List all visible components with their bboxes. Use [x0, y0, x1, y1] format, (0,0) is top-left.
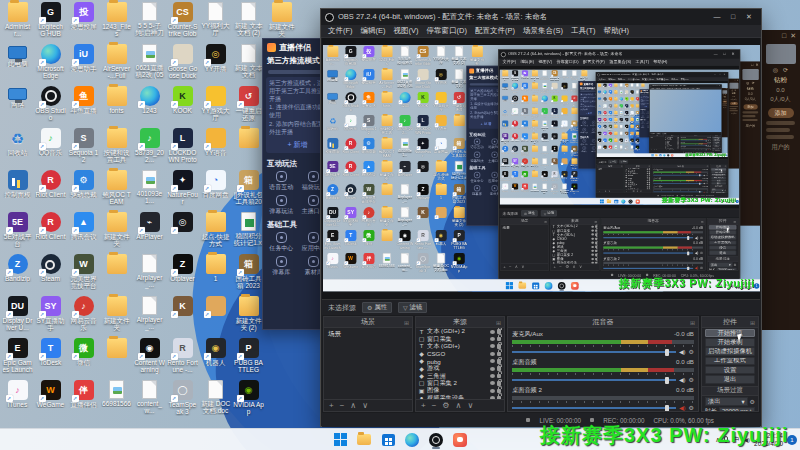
control-button[interactable]: 工作室模式: [705, 357, 755, 366]
desktop-icon[interactable]: 5 5 5-子纯:启神刀剑→: [134, 2, 165, 37]
desktop-icon[interactable]: [378, 230, 395, 241]
remove-scene-button[interactable]: −: [509, 265, 512, 270]
desktop-icon[interactable]: 新建 DOC 文档.doc: [200, 380, 231, 415]
scene-row[interactable]: 场景: [650, 137, 664, 139]
desktop-icon[interactable]: ✦NatureFour: [414, 138, 431, 157]
desktop-icon[interactable]: 1243: [396, 92, 413, 107]
desktop-icon[interactable]: 66981566: [530, 184, 539, 192]
taskbar-store-icon[interactable]: [614, 199, 619, 204]
desktop-icon[interactable]: 1: [629, 125, 634, 130]
desktop-icon[interactable]: AirServer-...Full: [378, 69, 395, 88]
control-button[interactable]: 设置: [705, 366, 755, 375]
menu-item[interactable]: 编辑(E): [518, 59, 536, 64]
desktop-icon[interactable]: RRento Fortune -...: [624, 139, 629, 145]
desktop-icon[interactable]: ♪58739_202...: [619, 104, 624, 110]
dock-pin-icon[interactable]: ⊞: [707, 165, 709, 167]
desktop-icon[interactable]: ◎: [167, 212, 198, 233]
lock-icon[interactable]: [497, 329, 501, 334]
desktop-icon[interactable]: ◎: [414, 161, 431, 172]
menu-item[interactable]: 视图(V): [617, 77, 627, 80]
desktop-icon[interactable]: 鱼斗鱼直播: [520, 95, 529, 103]
desktop-icon[interactable]: ZOtplayer: [550, 146, 559, 154]
desktop-icon[interactable]: [433, 207, 450, 218]
control-button[interactable]: 启动虚拟摄像机: [709, 235, 736, 240]
desktop-icon[interactable]: ♪iTunes: [597, 145, 602, 150]
desktop-icon[interactable]: WWeGame: [602, 145, 607, 150]
desktop-icon[interactable]: [560, 158, 569, 164]
speaker-muted-icon[interactable]: ◀): [695, 267, 699, 270]
desktop-icon[interactable]: ◎YY开播: [629, 90, 634, 95]
desktop-icon[interactable]: 新建 文本文档 (2): [635, 83, 640, 89]
desktop-icon[interactable]: ♪QQ音乐: [342, 115, 359, 130]
close-icon[interactable]: ✕: [737, 79, 739, 81]
dock-pin-icon[interactable]: ⊞: [496, 319, 501, 326]
desktop-icon[interactable]: Steam: [35, 254, 66, 282]
companion-feature[interactable]: 弹幕库: [265, 256, 298, 277]
source-row[interactable]: ●视频采集设备: [665, 148, 679, 149]
desktop-icon[interactable]: Microsoft Edge: [602, 90, 607, 96]
close-icon[interactable]: ✕: [722, 74, 727, 76]
desktop-icon[interactable]: 起点-快捷方式: [433, 161, 450, 180]
desktop-icon[interactable]: YY游戏大厅: [433, 92, 450, 111]
desktop-icon[interactable]: ◔百度网盘: [560, 121, 569, 129]
desktop-icon[interactable]: 微微信: [608, 139, 613, 144]
desktop-icon[interactable]: [629, 132, 634, 135]
desktop-icon[interactable]: 伴直播伴侣: [520, 184, 529, 192]
desktop-icon[interactable]: ◉NVIDIA App: [451, 253, 468, 272]
desktop-icon[interactable]: iU爱思助手: [608, 90, 613, 95]
add-button[interactable]: 添加: [743, 104, 757, 109]
desktop-icon[interactable]: 新建文件夹: [530, 158, 539, 169]
desktop-icon[interactable]: ✦NatureFour: [624, 111, 629, 117]
taskbar-explorer-icon[interactable]: [518, 281, 527, 290]
desktop-icon[interactable]: 伴直播伴侣: [608, 145, 613, 150]
taskbar-start-icon[interactable]: [651, 154, 654, 157]
desktop-icon[interactable]: YY福利大厅: [629, 83, 634, 89]
desktop-icon[interactable]: 控制面板: [324, 138, 341, 153]
desktop-icon[interactable]: 1243_Files: [378, 46, 395, 65]
speaker-icon[interactable]: ◀): [695, 236, 699, 239]
control-button[interactable]: 开始录制: [709, 230, 736, 235]
volume-slider[interactable]: [512, 379, 676, 381]
move-down-button[interactable]: ∨: [608, 190, 610, 193]
desktop-icon[interactable]: RRiot Client: [342, 138, 359, 153]
desktop-icon[interactable]: iU爱思助手: [520, 83, 529, 91]
desktop-icon[interactable]: ◉Content Warning: [540, 171, 549, 182]
remove-scene-button[interactable]: −: [340, 401, 345, 410]
menu-item[interactable]: 视图(V): [536, 59, 554, 64]
dock-pin-icon[interactable]: ⊞: [701, 219, 704, 223]
taskbar-live-companion-icon[interactable]: [635, 199, 640, 204]
desktop-icon[interactable]: Airplayer_...: [540, 158, 549, 168]
desktop-icon[interactable]: RRiot Client: [342, 161, 359, 176]
desktop-icon[interactable]: RRiot Client: [602, 118, 607, 123]
menu-item[interactable]: 帮助(H): [600, 26, 633, 36]
minimize-icon[interactable]: —: [711, 52, 720, 56]
companion-feature[interactable]: 弹幕库: [468, 185, 486, 196]
desktop-icon[interactable]: ♪iTunes: [2, 380, 33, 408]
add-source-button[interactable]: +: [421, 401, 426, 410]
desktop-icon[interactable]: YY游戏大厅: [560, 95, 569, 106]
desktop-icon[interactable]: ⚙驱动总裁: [68, 170, 99, 198]
desktop-icon[interactable]: 控制面板: [500, 121, 509, 129]
menu-item[interactable]: 工具(T): [670, 77, 680, 80]
desktop-icon[interactable]: ◎YY开播: [560, 83, 569, 91]
desktop-icon[interactable]: OBS Studio: [35, 86, 66, 122]
speaker-muted-icon[interactable]: ◀): [679, 405, 686, 411]
desktop-icon[interactable]: 401093e1...: [396, 138, 413, 157]
desktop-icon[interactable]: KKOOK: [414, 92, 431, 107]
desktop-icon[interactable]: iU爱思助手: [68, 44, 99, 72]
desktop-icon[interactable]: ▲腾讯会议: [68, 212, 99, 240]
desktop-icon[interactable]: W完美世界竞技平台: [360, 184, 377, 203]
desktop-icon[interactable]: content_w...: [396, 253, 413, 272]
desktop-icon[interactable]: 1243_Files: [101, 2, 132, 38]
desktop-icon[interactable]: 微微信: [520, 171, 529, 179]
desktop-icon[interactable]: 起点-快捷方式: [629, 118, 634, 124]
obs-titlebar[interactable]: OBS 27.2.4 (64-bit, windows) - 配置文件: 未命名…: [499, 50, 740, 59]
desktop-icon[interactable]: 5E5E对战平台: [2, 212, 33, 248]
move-down-button[interactable]: ∨: [467, 401, 473, 410]
desktop-icon[interactable]: RRiot Client: [510, 133, 519, 141]
desktop-icon[interactable]: YY福利大厅: [560, 70, 569, 80]
obs-preview-canvas[interactable]: Administr...GLogitech G HUB投爱思投屏1243_Fil…: [499, 66, 739, 209]
desktop-icon[interactable]: 新建文件夹: [530, 133, 539, 144]
desktop-icon[interactable]: Microsoft Edge: [510, 83, 519, 94]
target-icon[interactable]: ◎: [773, 66, 778, 73]
